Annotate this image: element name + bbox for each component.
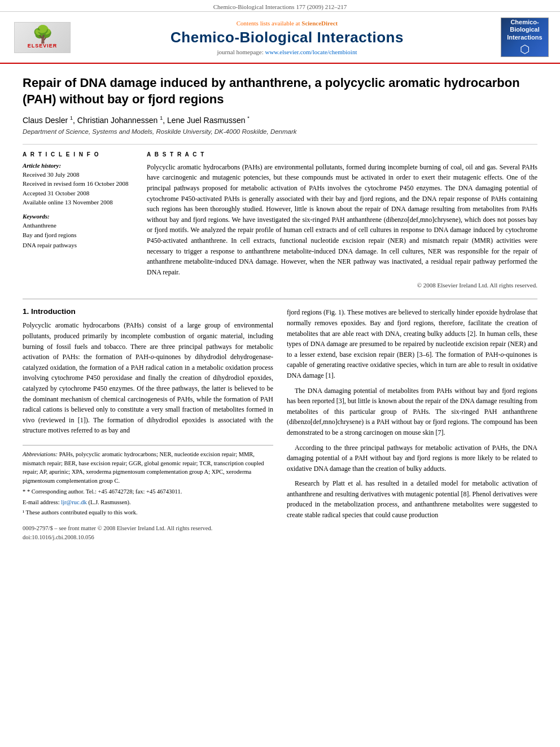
sciencedirect-label: ScienceDirect [301,20,338,27]
article-title: Repair of DNA damage induced by anthanth… [23,75,537,107]
keywords-section: Keywords: Anthanthrene Bay and fjord reg… [23,213,135,251]
body-two-col: 1. Introduction Polycyclic aromatic hydr… [23,307,537,541]
right-body-text: fjord regions (Fig. 1). These motives ar… [287,307,537,520]
journal-header: 🌳 ELSEVIER Contents lists available at S… [0,12,560,64]
article-history: Article history: Received 30 July 2008 R… [23,162,135,207]
article-info-col: A R T I C L E I N F O Article history: R… [23,151,135,289]
abstract-label: A B S T R A C T [147,151,537,158]
body-col-right: fjord regions (Fig. 1). These motives ar… [287,307,537,541]
article-info-label: A R T I C L E I N F O [23,151,135,158]
journal-title: Chemico-Biological Interactions [73,29,501,46]
abstract-text: Polycyclic aromatic hydrocarbons (PAHs) … [147,162,537,278]
available-date: Available online 13 November 2008 [23,198,135,207]
journal-corner-logo: Chemico-BiologicalInteractions ⬡ [501,18,549,57]
article-content: Repair of DNA damage induced by anthanth… [0,64,560,560]
copyright-text: 0009-2797/$ – see front matter © 2008 El… [23,524,273,533]
journal-homepage: journal homepage: www.elsevier.com/locat… [73,49,501,55]
homepage-url[interactable]: www.elsevier.com/locate/chembioint [265,49,357,55]
elsevier-logo-image: 🌳 ELSEVIER [14,22,71,53]
right-para-1: fjord regions (Fig. 1). These motives ar… [287,307,537,381]
article-affiliation: Department of Science, Systems and Model… [23,128,537,135]
keywords-title: Keywords: [23,213,135,220]
tree-icon: 🌳 [32,26,53,43]
received-date: Received 30 July 2008 [23,170,135,180]
keyword-3: DNA repair pathways [23,241,135,251]
sciencedirect-note: Contents lists available at ScienceDirec… [73,20,501,27]
right-para-2: The DNA damaging potential of metabolite… [287,386,537,438]
keywords-list: Anthanthrene Bay and fjord regions DNA r… [23,221,135,251]
footnote-area: Abbreviations: PAHs, polycyclic aromatic… [23,445,273,517]
intro-section-title: 1. Introduction [23,307,273,316]
elsevier-logo: 🌳 ELSEVIER [11,20,73,54]
right-para-4: Research by Platt et al. has resulted in… [287,478,537,520]
email-note: E-mail address: ljr@ruc.dk (L.J. Rasmuss… [23,498,273,507]
keyword-2: Bay and fjord regions [23,230,135,241]
corner-art: Chemico-BiologicalInteractions ⬡ [507,19,542,56]
email-link[interactable]: ljr@ruc.dk [61,499,87,505]
elsevier-text: ELSEVIER [28,43,58,49]
article-authors: Claus Desler 1, Christian Johannessen 1,… [23,115,537,125]
body-col-left: 1. Introduction Polycyclic aromatic hydr… [23,307,273,541]
abbreviations-label: Abbreviations: PAHs, polycyclic aromatic… [23,450,273,486]
revised-date: Received in revised form 16 October 2008 [23,179,135,189]
article-meta-section: A R T I C L E I N F O Article history: R… [23,144,537,289]
page-wrapper: Chemico-Biological Interactions 177 (200… [0,0,560,560]
doi-text: doi:10.1016/j.cbi.2008.10.056 [23,533,273,542]
journal-top-bar: Chemico-Biological Interactions 177 (200… [0,0,560,12]
keyword-1: Anthanthrene [23,221,135,231]
intro-para-1: Polycyclic aromatic hydrocarbons (PAHs) … [23,320,273,436]
abstract-copyright: © 2008 Elsevier Ireland Ltd. All rights … [147,282,537,289]
intro-body-text: Polycyclic aromatic hydrocarbons (PAHs) … [23,320,273,436]
equal-contrib-note: ¹ These authors contributed equally to t… [23,508,273,517]
right-para-3: According to the three principal pathway… [287,443,537,474]
bottom-copyright: 0009-2797/$ – see front matter © 2008 El… [23,524,273,542]
corresponding-note: * * Corresponding author. Tel.: +45 4674… [23,487,273,496]
accepted-date: Accepted 31 October 2008 [23,189,135,198]
article-history-title: Article history: [23,162,135,169]
body-divider [23,299,537,299]
header-center: Contents lists available at ScienceDirec… [73,20,501,55]
top-citation: Chemico-Biological Interactions 177 (200… [213,3,347,10]
abstract-col: A B S T R A C T Polycyclic aromatic hydr… [147,151,537,289]
